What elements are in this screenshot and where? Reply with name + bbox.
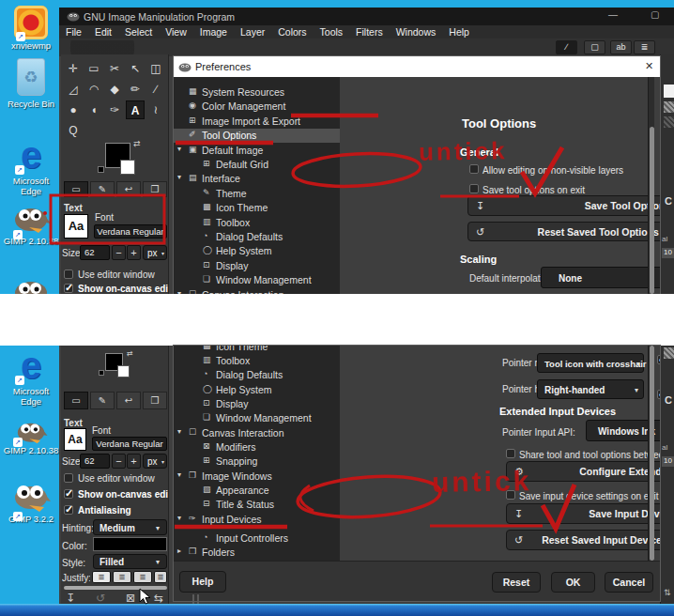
delete-preset-icon[interactable]: ⊠ — [126, 592, 135, 605]
justify-left-button[interactable]: ≡ — [92, 571, 111, 583]
pref-tree-item-default-image[interactable]: ▾▣Default Image — [174, 144, 340, 158]
pref-tree-item-display[interactable]: ⊡Display — [174, 397, 340, 411]
tab-tool-options[interactable]: ▭ — [64, 181, 88, 197]
dialog-scrollbar[interactable] — [648, 346, 654, 561]
justify-right-button[interactable]: ≡ — [113, 571, 131, 583]
shear-tool-icon[interactable]: ◿ — [64, 80, 83, 99]
menu-file[interactable]: File — [59, 26, 88, 38]
desktop-icon-edge[interactable]: e↗ Microsoft Edge — [2, 347, 60, 407]
justify-center-button[interactable]: ≡ — [133, 571, 152, 583]
bucket-tool-icon[interactable]: ◆ — [105, 80, 124, 99]
cancel-button[interactable]: Cancel — [605, 572, 653, 593]
size-unit-dropdown[interactable]: px▾ — [143, 454, 167, 469]
paint-mode-icon[interactable]: ∕ — [556, 40, 577, 54]
sync-icon[interactable]: ⇅ — [664, 588, 671, 597]
desktop-icon-recycle-bin[interactable]: ♻ Recycle Bin — [2, 58, 60, 110]
save-preset-icon[interactable]: ↧ — [66, 592, 75, 605]
pref-tree-item-dialog-defaults[interactable]: ◔Dialog Defaults — [174, 368, 340, 382]
desktop-icon-gimp-21038[interactable]: ↗ GIMP 2.10.38 — [2, 201, 60, 247]
pointer-handedness-dropdown[interactable]: Right-handed▾ — [537, 379, 644, 399]
menu-edit[interactable]: Edit — [88, 26, 118, 38]
pref-tree-item-interface[interactable]: ▾▤Interface — [174, 172, 340, 186]
pref-tree-item-input-controllers[interactable]: ◔Input Controllers — [174, 531, 340, 546]
pref-tree-item-image-import-export[interactable]: ⊞Image Import & Export — [174, 115, 340, 129]
background-color-swatch[interactable] — [120, 160, 135, 175]
brush-thumbnail[interactable] — [664, 101, 674, 113]
ok-button[interactable]: OK — [551, 572, 595, 593]
save-tool-options-now-button[interactable]: ↧Save Tool Options Now — [467, 195, 660, 216]
pref-tree-item-input-devices[interactable]: ▾✑Input Devices — [174, 513, 340, 527]
layers-icon[interactable]: ≣ — [634, 40, 655, 54]
pencil-tool-icon[interactable]: ✏ — [126, 80, 145, 99]
font-name-input[interactable]: Verdana Regular — [94, 224, 167, 239]
size-decrease-button[interactable]: − — [112, 454, 126, 469]
paths-tool-icon[interactable]: ✑ — [105, 100, 124, 119]
warp-tool-icon[interactable]: ◠ — [84, 80, 103, 99]
save-input-device-settings-now-button[interactable]: ↧Save Input Device Settings Now — [506, 503, 660, 524]
pref-tree-item-system-resources[interactable]: ▦System Resources — [174, 85, 340, 100]
text-color-swatch[interactable] — [93, 537, 167, 551]
pref-tree-item-icon-theme[interactable]: ▩Icon Theme — [174, 346, 340, 354]
tab-device-status[interactable]: ✎ — [90, 392, 115, 409]
clone-tool-icon[interactable]: ● — [64, 100, 83, 119]
refresh-icon[interactable]: C — [665, 195, 672, 207]
menu-layer[interactable]: Layer — [234, 26, 271, 38]
free-select-tool-icon[interactable]: ✂ — [105, 59, 124, 78]
tab-undo-history[interactable]: ↩ — [116, 181, 141, 197]
pref-tree-item-color-management[interactable]: ◉Color Management — [174, 100, 340, 114]
pref-tree-item-toolbox[interactable]: ▥Toolbox — [174, 216, 340, 230]
size-increase-button[interactable]: + — [127, 245, 141, 260]
selection-mode-icon[interactable]: ▢ — [584, 40, 605, 54]
default-colors-icon[interactable] — [99, 370, 104, 376]
desktop-icon-edge[interactable]: e↗ Microsoft Edge — [2, 137, 60, 196]
size-decrease-button[interactable]: − — [112, 245, 126, 260]
window-titlebar[interactable]: GNU Image Manipulation Program — ▢ — [59, 8, 674, 25]
pref-tree-item-folders[interactable]: ▸❒Folders — [174, 546, 340, 560]
interpolation-dropdown[interactable]: None▾ — [541, 267, 660, 288]
show-pointer-checkbox[interactable] — [657, 390, 660, 399]
desktop-icon-gimp-322[interactable]: ↗ GIMP 3.2.2 — [2, 479, 60, 525]
smudge-tool-icon[interactable]: ◖ — [84, 100, 103, 119]
show-brush-outline-checkbox[interactable] — [657, 355, 660, 364]
use-editor-window-checkbox[interactable] — [64, 270, 73, 279]
font-preview-box[interactable]: Aa — [64, 214, 88, 239]
swap-colors-icon[interactable]: ⇄ — [127, 349, 133, 358]
pref-tree-item-window-management[interactable]: ❏Window Management — [174, 411, 340, 425]
font-name-input[interactable]: Verdana Regular — [92, 437, 167, 451]
pref-tree-item-dialog-defaults[interactable]: ◔Dialog Defaults — [174, 230, 340, 244]
menu-select[interactable]: Select — [118, 26, 159, 38]
menu-tools[interactable]: Tools — [314, 26, 350, 38]
dock-value-fragment[interactable]: 10 — [662, 456, 674, 467]
font-preview-box[interactable]: Aa — [64, 428, 86, 451]
tab-images[interactable]: ❐ — [143, 181, 167, 197]
pref-tree-item-toolbox[interactable]: ▥Toolbox — [174, 354, 340, 368]
reset-saved-input-device-settings-button[interactable]: ↺Reset Saved Input Device Settings to De… — [506, 530, 660, 550]
menu-windows[interactable]: Windows — [390, 26, 443, 38]
pref-tree-item-modifiers[interactable]: ⊠Modifiers — [174, 440, 340, 454]
on-canvas-editor-checkbox[interactable] — [64, 489, 73, 499]
brush-thumbnail[interactable] — [664, 116, 674, 128]
pref-tree-item-image-windows[interactable]: ▾❐Image Windows — [174, 470, 340, 484]
brush-thumbnail[interactable] — [664, 347, 674, 359]
dialog-scrollbar[interactable] — [648, 77, 654, 294]
refresh-icon[interactable]: C — [665, 394, 672, 406]
pref-tree-item-snapping[interactable]: ⊞Snapping — [174, 454, 340, 469]
pref-tree-item-display[interactable]: ⊡Display — [174, 259, 340, 273]
resize-grip[interactable] — [192, 594, 194, 604]
background-color-swatch[interactable] — [117, 365, 130, 377]
swap-colors-icon[interactable]: ⇄ — [133, 139, 141, 148]
minimize-button[interactable]: — — [608, 9, 618, 20]
maximize-button[interactable]: ▢ — [651, 9, 659, 20]
on-canvas-editor-checkbox[interactable] — [64, 284, 73, 293]
reset-button[interactable]: Reset — [492, 572, 541, 593]
text-tool-icon[interactable]: A — [126, 100, 145, 119]
pref-tree-item-window-management[interactable]: ❏Window Management — [174, 273, 340, 287]
dialog-titlebar[interactable]: Preferences ✕ — [174, 56, 660, 77]
size-unit-dropdown[interactable]: px▾ — [143, 245, 167, 260]
tab-device-status[interactable]: ✎ — [90, 181, 115, 197]
rect-select-tool-icon[interactable]: ▭ — [84, 59, 103, 78]
pref-tree-item-tool-options[interactable]: ✐Tool Options — [174, 129, 340, 143]
crop-tool-icon[interactable]: ◫ — [146, 59, 165, 78]
pref-tree-item-appearance[interactable]: ▧Appearance — [174, 484, 340, 498]
pointer-mode-dropdown[interactable]: Tool icon with crosshair▾ — [537, 353, 644, 373]
